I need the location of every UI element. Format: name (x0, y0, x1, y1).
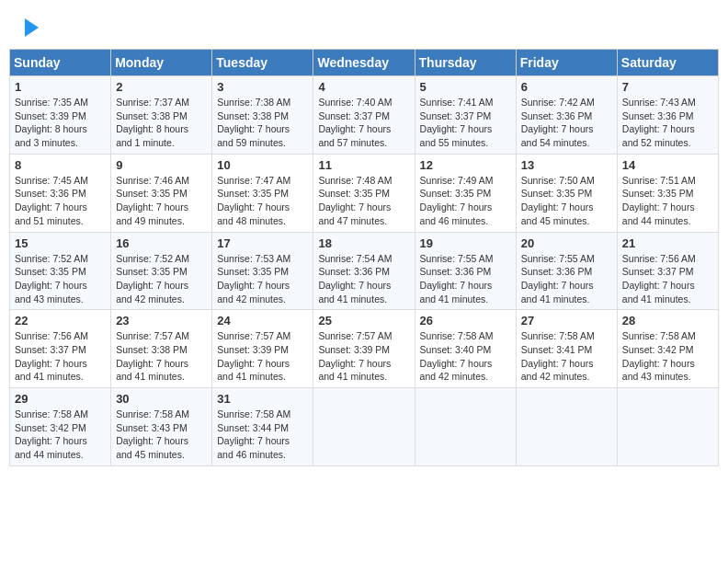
weekday-header: Tuesday (212, 50, 313, 76)
day-info: Sunrise: 7:57 AMSunset: 3:39 PMDaylight:… (318, 329, 409, 384)
day-info: Sunrise: 7:54 AMSunset: 3:36 PMDaylight:… (318, 252, 409, 306)
calendar-header-row: SundayMondayTuesdayWednesdayThursdayFrid… (10, 50, 719, 76)
calendar-week-row: 1 Sunrise: 7:35 AMSunset: 3:39 PMDayligh… (10, 76, 719, 155)
day-info: Sunrise: 7:52 AMSunset: 3:35 PMDaylight:… (116, 252, 207, 306)
day-info: Sunrise: 7:57 AMSunset: 3:39 PMDaylight:… (217, 329, 308, 384)
weekday-header: Monday (111, 50, 212, 76)
day-info: Sunrise: 7:37 AMSunset: 3:38 PMDaylight:… (116, 96, 207, 150)
calendar-day-cell: 7 Sunrise: 7:43 AMSunset: 3:36 PMDayligh… (617, 76, 718, 155)
day-info: Sunrise: 7:58 AMSunset: 3:44 PMDaylight:… (217, 408, 308, 462)
day-info: Sunrise: 7:55 AMSunset: 3:36 PMDaylight:… (420, 252, 511, 306)
day-number: 17 (217, 236, 308, 250)
calendar-week-row: 8 Sunrise: 7:45 AMSunset: 3:36 PMDayligh… (10, 154, 719, 232)
day-number: 1 (15, 80, 106, 94)
calendar-day-cell: 25 Sunrise: 7:57 AMSunset: 3:39 PMDaylig… (313, 310, 415, 388)
calendar-day-cell: 26 Sunrise: 7:58 AMSunset: 3:40 PMDaylig… (415, 310, 516, 388)
calendar-day-cell: 28 Sunrise: 7:58 AMSunset: 3:42 PMDaylig… (617, 310, 718, 388)
calendar-day-cell: 10 Sunrise: 7:47 AMSunset: 3:35 PMDaylig… (212, 154, 313, 232)
calendar-day-cell: 14 Sunrise: 7:51 AMSunset: 3:35 PMDaylig… (617, 154, 718, 232)
day-info: Sunrise: 7:52 AMSunset: 3:35 PMDaylight:… (15, 252, 106, 306)
day-info: Sunrise: 7:40 AMSunset: 3:37 PMDaylight:… (318, 96, 409, 150)
calendar-day-cell: 11 Sunrise: 7:48 AMSunset: 3:35 PMDaylig… (313, 154, 415, 232)
calendar-day-cell: 17 Sunrise: 7:53 AMSunset: 3:35 PMDaylig… (212, 232, 313, 310)
day-number: 10 (217, 158, 308, 172)
day-number: 12 (420, 158, 511, 172)
calendar-day-cell: 24 Sunrise: 7:57 AMSunset: 3:39 PMDaylig… (212, 310, 313, 388)
calendar-day-cell: 27 Sunrise: 7:58 AMSunset: 3:41 PMDaylig… (516, 310, 617, 388)
day-info: Sunrise: 7:35 AMSunset: 3:39 PMDaylight:… (15, 96, 106, 150)
calendar-table: SundayMondayTuesdayWednesdayThursdayFrid… (9, 49, 719, 466)
calendar-day-cell: 3 Sunrise: 7:38 AMSunset: 3:38 PMDayligh… (212, 76, 313, 155)
day-number: 5 (420, 80, 511, 94)
day-number: 26 (420, 314, 511, 327)
day-number: 9 (116, 158, 207, 172)
calendar-day-cell: 19 Sunrise: 7:55 AMSunset: 3:36 PMDaylig… (415, 232, 516, 310)
day-number: 6 (521, 80, 612, 94)
day-number: 16 (116, 236, 207, 250)
day-info: Sunrise: 7:42 AMSunset: 3:36 PMDaylight:… (521, 96, 612, 150)
day-number: 31 (217, 392, 308, 406)
calendar-day-cell (617, 388, 718, 466)
day-number: 2 (116, 80, 207, 94)
day-info: Sunrise: 7:58 AMSunset: 3:42 PMDaylight:… (15, 408, 106, 462)
day-number: 21 (622, 236, 713, 250)
day-number: 27 (521, 314, 612, 327)
calendar-day-cell: 20 Sunrise: 7:55 AMSunset: 3:36 PMDaylig… (516, 232, 617, 310)
calendar-day-cell: 15 Sunrise: 7:52 AMSunset: 3:35 PMDaylig… (10, 232, 111, 310)
svg-marker-0 (25, 18, 39, 37)
day-info: Sunrise: 7:58 AMSunset: 3:40 PMDaylight:… (420, 329, 511, 384)
calendar-day-cell (313, 388, 415, 466)
calendar-day-cell: 21 Sunrise: 7:56 AMSunset: 3:37 PMDaylig… (617, 232, 718, 310)
day-number: 25 (318, 314, 409, 327)
calendar-day-cell: 2 Sunrise: 7:37 AMSunset: 3:38 PMDayligh… (111, 76, 212, 155)
calendar-day-cell: 30 Sunrise: 7:58 AMSunset: 3:43 PMDaylig… (111, 388, 212, 466)
calendar-day-cell: 8 Sunrise: 7:45 AMSunset: 3:36 PMDayligh… (10, 154, 111, 232)
calendar-day-cell (415, 388, 516, 466)
calendar-day-cell (516, 388, 617, 466)
weekday-header: Thursday (415, 50, 516, 76)
calendar-day-cell: 29 Sunrise: 7:58 AMSunset: 3:42 PMDaylig… (10, 388, 111, 466)
calendar-day-cell: 16 Sunrise: 7:52 AMSunset: 3:35 PMDaylig… (111, 232, 212, 310)
weekday-header: Saturday (617, 50, 718, 76)
day-info: Sunrise: 7:56 AMSunset: 3:37 PMDaylight:… (15, 329, 106, 384)
day-info: Sunrise: 7:48 AMSunset: 3:35 PMDaylight:… (318, 174, 409, 228)
day-info: Sunrise: 7:53 AMSunset: 3:35 PMDaylight:… (217, 252, 308, 306)
weekday-header: Sunday (10, 50, 111, 76)
calendar-week-row: 29 Sunrise: 7:58 AMSunset: 3:42 PMDaylig… (10, 388, 719, 466)
day-number: 30 (116, 392, 207, 406)
day-info: Sunrise: 7:45 AMSunset: 3:36 PMDaylight:… (15, 174, 106, 228)
calendar-day-cell: 4 Sunrise: 7:40 AMSunset: 3:37 PMDayligh… (313, 76, 415, 155)
day-number: 3 (217, 80, 308, 94)
calendar-day-cell: 1 Sunrise: 7:35 AMSunset: 3:39 PMDayligh… (10, 76, 111, 155)
day-info: Sunrise: 7:41 AMSunset: 3:37 PMDaylight:… (420, 96, 511, 150)
day-info: Sunrise: 7:49 AMSunset: 3:35 PMDaylight:… (420, 174, 511, 228)
day-info: Sunrise: 7:57 AMSunset: 3:38 PMDaylight:… (116, 329, 207, 384)
day-number: 8 (15, 158, 106, 172)
calendar-day-cell: 9 Sunrise: 7:46 AMSunset: 3:35 PMDayligh… (111, 154, 212, 232)
calendar-day-cell: 22 Sunrise: 7:56 AMSunset: 3:37 PMDaylig… (10, 310, 111, 388)
weekday-header: Friday (516, 50, 617, 76)
day-info: Sunrise: 7:58 AMSunset: 3:42 PMDaylight:… (622, 329, 713, 384)
day-number: 14 (622, 158, 713, 172)
day-info: Sunrise: 7:43 AMSunset: 3:36 PMDaylight:… (622, 96, 713, 150)
day-info: Sunrise: 7:38 AMSunset: 3:38 PMDaylight:… (217, 96, 308, 150)
calendar-day-cell: 12 Sunrise: 7:49 AMSunset: 3:35 PMDaylig… (415, 154, 516, 232)
calendar-day-cell: 31 Sunrise: 7:58 AMSunset: 3:44 PMDaylig… (212, 388, 313, 466)
weekday-header: Wednesday (313, 50, 415, 76)
calendar-day-cell: 13 Sunrise: 7:50 AMSunset: 3:35 PMDaylig… (516, 154, 617, 232)
day-number: 11 (318, 158, 409, 172)
day-info: Sunrise: 7:58 AMSunset: 3:43 PMDaylight:… (116, 408, 207, 462)
day-number: 4 (318, 80, 409, 94)
day-info: Sunrise: 7:46 AMSunset: 3:35 PMDaylight:… (116, 174, 207, 228)
day-info: Sunrise: 7:47 AMSunset: 3:35 PMDaylight:… (217, 174, 308, 228)
calendar-day-cell: 23 Sunrise: 7:57 AMSunset: 3:38 PMDaylig… (111, 310, 212, 388)
day-number: 13 (521, 158, 612, 172)
logo-icon (16, 14, 43, 41)
calendar-week-row: 22 Sunrise: 7:56 AMSunset: 3:37 PMDaylig… (10, 310, 719, 388)
day-info: Sunrise: 7:51 AMSunset: 3:35 PMDaylight:… (622, 174, 713, 228)
day-number: 24 (217, 314, 308, 327)
day-number: 15 (15, 236, 106, 250)
day-number: 19 (420, 236, 511, 250)
calendar-week-row: 15 Sunrise: 7:52 AMSunset: 3:35 PMDaylig… (10, 232, 719, 310)
day-info: Sunrise: 7:55 AMSunset: 3:36 PMDaylight:… (521, 252, 612, 306)
